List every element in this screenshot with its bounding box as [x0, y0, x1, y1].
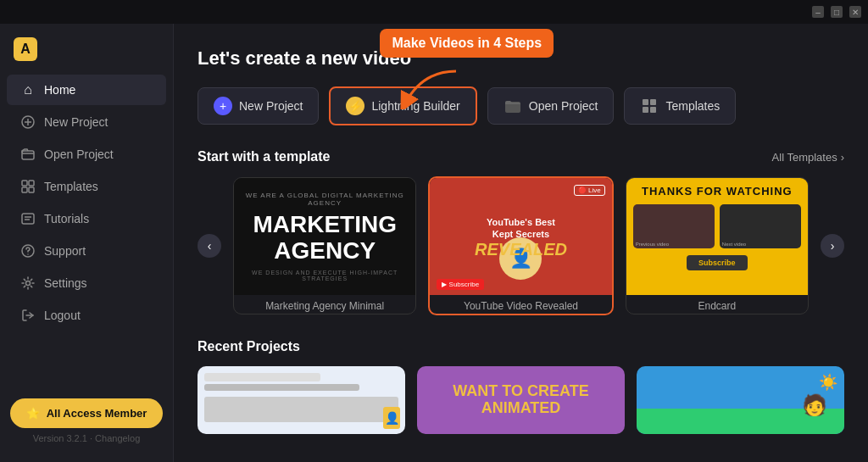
lightning-builder-btn-label: Lightning Builder: [371, 99, 459, 113]
grid-icon: [640, 97, 659, 115]
lightning-builder-button[interactable]: ⚡ Lightning Builder: [329, 86, 476, 125]
new-project-icon: [20, 114, 36, 130]
sidebar-item-support-label: Support: [44, 244, 86, 258]
settings-icon: [20, 276, 36, 291]
all-access-icon: ⭐: [26, 407, 40, 420]
templates-btn-label: Templates: [665, 99, 720, 113]
sidebar-item-settings-label: Settings: [44, 276, 87, 290]
marketing-card-visual: WE ARE A GLOBAL DIGITAL MARKETING AGENCY…: [234, 178, 415, 295]
sidebar-item-new-project-label: New Project: [44, 115, 108, 129]
templates-button[interactable]: Templates: [624, 87, 736, 125]
svg-rect-4: [22, 181, 27, 186]
action-row: + New Project ⚡ Lightning Builder Make V…: [198, 86, 844, 125]
sidebar-item-settings[interactable]: Settings: [7, 268, 166, 298]
app-logo-icon: A: [14, 37, 37, 61]
app-body: A ⌂ Home New Project Open Project: [0, 24, 868, 462]
minimize-button[interactable]: –: [812, 6, 824, 18]
templates-icon: [20, 179, 36, 194]
svg-rect-19: [650, 107, 656, 113]
sidebar-item-new-project[interactable]: New Project: [7, 107, 166, 137]
svg-rect-7: [29, 187, 34, 192]
carousel-prev-button[interactable]: ‹: [198, 234, 221, 258]
page-title: Let's create a new video: [198, 47, 844, 70]
sidebar-item-open-project-label: Open Project: [44, 148, 114, 161]
sidebar-item-logout[interactable]: Logout: [7, 300, 166, 331]
templates-row: ‹ WE ARE A GLOBAL DIGITAL MARKETING AGEN…: [198, 176, 844, 315]
sidebar-item-templates-label: Templates: [44, 180, 98, 193]
sidebar-item-tutorials[interactable]: Tutorials: [7, 203, 166, 234]
title-bar: – □ ✕: [0, 0, 868, 24]
svg-point-13: [26, 281, 31, 286]
lightning-icon: ⚡: [346, 97, 364, 115]
recent-card-1[interactable]: 👤: [198, 366, 405, 434]
svg-rect-16: [643, 99, 648, 105]
templates-section-title: Start with a template: [198, 149, 330, 164]
svg-rect-3: [22, 151, 34, 159]
tutorials-icon: [20, 211, 36, 226]
all-templates-label: All Templates: [772, 151, 837, 164]
template-card-marketing[interactable]: WE ARE A GLOBAL DIGITAL MARKETING AGENCY…: [233, 177, 416, 314]
sidebar-item-support[interactable]: Support: [7, 236, 166, 266]
logout-icon: [20, 308, 36, 323]
new-project-btn-icon: +: [214, 97, 232, 115]
sidebar-item-home-label: Home: [44, 83, 75, 97]
main-content: Let's create a new video + New Project ⚡…: [174, 24, 868, 462]
sidebar-logo: A: [0, 34, 173, 75]
carousel-next-button[interactable]: ›: [821, 234, 844, 258]
sidebar-nav: ⌂ Home New Project Open Project Temp: [0, 75, 173, 390]
section-header: Start with a template All Templates ›: [198, 149, 844, 164]
svg-rect-17: [650, 99, 656, 105]
sidebar: A ⌂ Home New Project Open Project: [0, 24, 174, 462]
recent-projects-title: Recent Projects: [198, 339, 844, 354]
open-project-icon: [20, 147, 36, 162]
all-access-button[interactable]: ⭐ All Access Member: [10, 398, 163, 428]
template-label-endcard: Endcard: [626, 295, 808, 314]
sidebar-item-templates[interactable]: Templates: [7, 171, 166, 202]
folder-icon: [504, 97, 522, 115]
all-templates-link[interactable]: All Templates ›: [772, 151, 844, 164]
svg-point-12: [27, 253, 28, 254]
sidebar-item-home[interactable]: ⌂ Home: [7, 75, 166, 105]
svg-rect-18: [643, 107, 648, 113]
endcard-card-visual: THANKS FOR WATCHING Previous video Next …: [626, 178, 808, 295]
home-icon: ⌂: [20, 82, 36, 97]
sidebar-item-tutorials-label: Tutorials: [44, 212, 89, 225]
all-access-label: All Access Member: [47, 407, 147, 420]
template-card-endcard[interactable]: THANKS FOR WATCHING Previous video Next …: [626, 177, 809, 314]
sidebar-item-open-project[interactable]: Open Project: [7, 139, 166, 170]
template-card-youtube[interactable]: YouTube's BestKept Secrets REVEALED 🔴 Li…: [428, 176, 613, 315]
chevron-right-icon: ›: [841, 151, 844, 164]
new-project-btn-label: New Project: [239, 99, 303, 113]
support-icon: [20, 243, 36, 259]
svg-rect-6: [22, 187, 27, 192]
recent-card-3[interactable]: 🧑 ☀️: [637, 366, 844, 434]
templates-section: Start with a template All Templates › ‹ …: [198, 149, 844, 315]
svg-rect-5: [29, 181, 34, 186]
sidebar-bottom: ⭐ All Access Member Version 3.2.1 · Chan…: [0, 390, 173, 452]
template-label-youtube: YouTube Video Revealed: [430, 295, 611, 314]
youtube-card-visual: YouTube's BestKept Secrets REVEALED 🔴 Li…: [430, 178, 611, 295]
open-project-btn-label: Open Project: [529, 99, 598, 113]
sidebar-item-logout-label: Logout: [44, 309, 81, 322]
maximize-button[interactable]: □: [831, 6, 843, 18]
template-label-marketing: Marketing Agency Minimal: [234, 295, 415, 314]
recent-projects-section: Recent Projects 👤 WANT TO CREATEANIMATED: [198, 339, 844, 434]
svg-rect-8: [22, 214, 34, 224]
close-button[interactable]: ✕: [849, 6, 861, 18]
open-project-button[interactable]: Open Project: [487, 87, 615, 125]
recent-projects-row: 👤 WANT TO CREATEANIMATED 🧑 ☀️: [198, 366, 844, 434]
recent-card-2[interactable]: WANT TO CREATEANIMATED: [417, 366, 625, 434]
version-text: Version 3.2.1 · Changelog: [10, 433, 163, 443]
new-project-button[interactable]: + New Project: [198, 87, 319, 125]
